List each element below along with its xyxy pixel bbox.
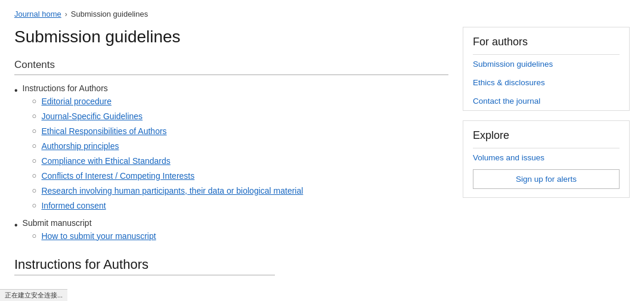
sub-list-item: ○ Research involving human participants,… [32,185,304,197]
toc-link-how-to-submit[interactable]: How to submit your manuscript [41,230,156,243]
toc-item-instructions: Instructions for Authors ○ Editorial pro… [23,83,304,215]
sidebar-link-contact-journal[interactable]: Contact the journal [463,92,629,110]
section-divider [14,275,275,275]
toc-link-authorship[interactable]: Authorship principles [41,140,119,153]
sub-bullet-icon: ○ [32,155,37,167]
breadcrumb-home[interactable]: Journal home [14,10,61,18]
breadcrumb-chevron-icon: › [65,10,67,18]
toc-list: • Instructions for Authors ○ Editorial p… [14,83,448,245]
sub-bullet-icon: ○ [32,95,37,107]
sub-list-item: ○ How to submit your manuscript [32,230,156,243]
sidebar-for-authors-title: For authors [463,27,629,54]
sub-bullet-icon: ○ [32,170,37,182]
page-title: Submission guidelines [14,27,448,47]
sub-list-item: ○ Informed consent [32,200,304,212]
toc-link-ethical-responsibilities[interactable]: Ethical Responsibilities of Authors [41,125,166,138]
contents-section: Contents • Instructions for Authors ○ Ed… [14,59,448,245]
explore-content: Volumes and issues Sign up for alerts [463,148,629,197]
sub-bullet-icon: ○ [32,185,37,197]
contents-divider [14,75,448,75]
main-layout: Submission guidelines Contents • Instruc… [14,27,630,275]
toc-link-conflicts[interactable]: Conflicts of Interest / Competing Intere… [41,170,194,182]
sub-list-item: ○ Authorship principles [32,140,304,153]
toc-link-journal-specific[interactable]: Journal-Specific Guidelines [41,110,143,123]
toc-link-research-human[interactable]: Research involving human participants, t… [41,185,303,197]
sub-bullet-icon: ○ [32,110,37,122]
toc-link-submit[interactable]: Submit manuscript [23,218,92,228]
sidebar: For authors Submission guidelines Ethics… [463,27,630,275]
sidebar-explore-title: Explore [463,121,629,148]
sub-list-item: ○ Compliance with Ethical Standards [32,155,304,167]
section-heading-instructions: Instructions for Authors [14,255,448,272]
contents-heading: Contents [14,59,448,71]
sub-bullet-icon: ○ [32,140,37,152]
sidebar-explore: Explore Volumes and issues Sign up for a… [463,120,630,198]
toc-item-submit: Submit manuscript ○ How to submit your m… [23,218,156,245]
toc-link-compliance[interactable]: Compliance with Ethical Standards [41,155,170,167]
sidebar-for-authors: For authors Submission guidelines Ethics… [463,27,630,111]
breadcrumb: Journal home › Submission guidelines [14,10,630,18]
sub-list-submit: ○ How to submit your manuscript [32,230,156,243]
sub-list-item: ○ Conflicts of Interest / Competing Inte… [32,170,304,182]
sidebar-link-submission-guidelines[interactable]: Submission guidelines [463,55,629,73]
toc-link-instructions[interactable]: Instructions for Authors [23,83,108,93]
sub-list-item: ○ Editorial procedure [32,95,304,108]
sub-bullet-icon: ○ [32,230,37,242]
bullet-icon: • [14,218,18,232]
sub-bullet-icon: ○ [32,125,37,137]
sign-up-alerts-button[interactable]: Sign up for alerts [473,169,620,189]
sidebar-link-ethics-disclosures[interactable]: Ethics & disclosures [463,73,629,92]
list-item: • Instructions for Authors ○ Editorial p… [14,83,448,215]
breadcrumb-current: Submission guidelines [71,10,148,18]
sub-bullet-icon: ○ [32,200,37,212]
list-item: • Submit manuscript ○ How to submit your… [14,218,448,245]
status-text: 正在建立安全连接... [5,291,63,299]
sub-list-instructions: ○ Editorial procedure ○ Journal-Specific… [32,95,304,212]
page-wrapper: Journal home › Submission guidelines Sub… [0,0,644,301]
toc-link-editorial[interactable]: Editorial procedure [41,95,112,108]
sub-list-item: ○ Ethical Responsibilities of Authors [32,125,304,138]
sub-list-item: ○ Journal-Specific Guidelines [32,110,304,123]
content-area: Submission guidelines Contents • Instruc… [14,27,448,275]
toc-link-informed-consent[interactable]: Informed consent [41,200,106,212]
sidebar-link-volumes[interactable]: Volumes and issues [473,153,620,162]
status-bar: 正在建立安全连接... [0,289,67,301]
bullet-icon: • [14,83,18,98]
